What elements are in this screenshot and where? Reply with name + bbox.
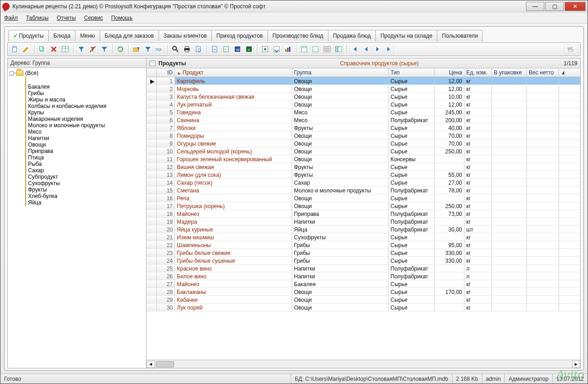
tb-find-icon[interactable] [170,44,181,54]
tree-item[interactable]: Грибы [25,90,145,96]
table-row[interactable]: 14Сахар (песок)СахарСырье27,00кг [147,179,580,186]
tb-grid-icon[interactable] [322,44,332,54]
table-row[interactable]: 11Горошек зеленый консервированныйОвощиК… [147,155,580,163]
table-row[interactable]: 21Изюм кишмишСухофруктыСырьекг [147,233,580,241]
tree-item[interactable]: Субпродукт [25,174,145,180]
table-row[interactable]: 26Белое виноНапиткиПолуфабрикатл [147,272,580,280]
tb-export-data-icon[interactable] [260,44,270,54]
tree-root-item[interactable]: ▢− (Все) [11,69,145,77]
tab-5[interactable]: Приход продуктов [211,30,268,41]
tree-item[interactable]: Крупы [25,109,145,116]
table-row[interactable]: 27МайонезБакалеяСырьекг [147,280,580,288]
tb-chart-icon[interactable] [283,44,293,54]
col-unit[interactable]: Ед. изм. [464,68,492,77]
table-row[interactable]: 22ШампиньоныГрибыСырье95,00кг [147,241,580,249]
tb-import-data-icon[interactable] [271,44,282,54]
table-row[interactable]: 5ГовядинаМясоСырье245,00кг [147,108,580,116]
tb-refresh-icon[interactable] [115,44,125,54]
tree-item[interactable]: Фрукты [25,186,145,193]
table-row[interactable]: 12Вишня свежаяФруктыСырьекг [147,163,580,171]
tree-item[interactable]: Молоко и молочные продукты [25,122,145,129]
menu-help[interactable]: Помощь [111,15,132,21]
tb-delete-icon[interactable] [49,44,59,54]
tree-body[interactable]: ▢− (Все) БакалеяГрибыЖиры и маслаКолбасы… [8,68,146,368]
table-row[interactable]: 24Грибы белые сушеныеГрибыСырье330,00кг [147,257,580,265]
tab-9[interactable]: Пользователи [437,30,483,41]
minimize-button[interactable]: — [526,2,544,11]
tb-prev-icon[interactable] [361,44,371,54]
tab-6[interactable]: Производство блюд [267,30,328,41]
tb-export-word-icon[interactable]: W [232,44,243,54]
menu-tables[interactable]: Таблицы [26,15,49,21]
tree-item[interactable]: Яйца [25,199,145,206]
table-row[interactable]: 13Лимон (для сока)ФруктыСырье55,00кг [147,171,580,179]
tb-form2-icon[interactable] [311,44,321,54]
table-row[interactable]: 29КабачкиОвощиСырьекг [147,296,580,304]
tb-form1-icon[interactable] [299,44,309,54]
table-row[interactable]: 15СметанаМолоко и молочные продуктыПолуф… [147,186,580,194]
tree-item[interactable]: Колбасы и колбасные изделия [25,103,145,109]
tb-next-icon[interactable] [373,44,383,54]
tree-item[interactable]: Мясо [25,129,145,135]
tb-copy-icon[interactable] [37,44,47,54]
tree-item[interactable]: Рыба [25,161,145,167]
tb-export-xls-icon[interactable]: X [221,44,231,54]
tab-1[interactable]: Блюда [48,30,75,41]
table-row[interactable]: 4Лук репчатыйОвощиСырье12,00кг [147,101,580,108]
tb-filter-off-icon[interactable] [88,44,98,54]
tb-folder-filter-icon[interactable] [131,44,141,54]
col-net[interactable]: Вес нетто [527,68,559,77]
col-marker[interactable] [147,68,157,77]
tree-collapse-icon[interactable]: ▢− [11,70,16,76]
table-row[interactable]: 6СвининаМясоПолуфабрикат200,00кг [147,116,580,124]
tb-sql-icon[interactable]: SQL [154,44,164,54]
tb-filter2-icon[interactable] [143,44,153,54]
tb-filter-plus-icon[interactable]: + [99,44,109,54]
tb-filter-icon[interactable] [76,44,86,54]
tb-export-excel-icon[interactable]: X [244,44,254,54]
col-id[interactable]: ID [157,68,175,77]
tree-item[interactable]: Овощи [25,141,145,148]
tab-0[interactable]: ✓Продукты [8,30,49,41]
tb-exit-icon[interactable]: EXIT [564,44,578,54]
tree-item[interactable]: Хлеб-булка [25,193,145,199]
scroll-thumb[interactable] [156,361,174,367]
col-type[interactable]: Тип [389,68,435,77]
h-scrollbar[interactable]: ◄ ► [147,360,580,368]
scroll-right-icon[interactable]: ► [572,361,580,368]
tab-3[interactable]: Блюда для заказов [100,30,159,41]
menu-file[interactable]: Файл [4,15,18,21]
tb-layout-icon[interactable] [334,44,344,54]
col-price[interactable]: Цена [435,68,464,77]
table-row[interactable]: ▶1КартофельОвощиСырье12,00кг [147,77,580,85]
col-pack[interactable]: В упаковке [492,68,527,77]
menu-reports[interactable]: Отчеты [57,15,76,21]
tab-2[interactable]: Меню [75,30,100,41]
tree-item[interactable]: Жиры и масла [25,96,145,103]
table-row[interactable]: 28БаклажаныОвощиСырье170,00кг [147,288,580,296]
tb-edit-icon[interactable] [21,44,31,54]
tab-4[interactable]: Заказы клиентов [158,30,212,41]
tb-print-icon[interactable] [182,44,192,54]
menu-service[interactable]: Сервис [84,15,103,21]
tb-preview-icon[interactable] [193,44,204,54]
table-row[interactable]: 9Огурцы свежиеОвощиСырье70,00кг [147,140,580,147]
tab-8[interactable]: Продукты на складе [375,30,437,41]
table-row[interactable]: 25Красное виноНапиткиПолуфабрикатл [147,265,580,272]
tree-item[interactable]: Макаронные изделия [25,116,145,122]
table-row[interactable]: 20Яйца куриныеЯйцаПолуфабрикат30,00шт [147,226,580,233]
table-row[interactable]: 19МадераНапиткиПолуфабрикаткг [147,218,580,226]
table-row[interactable]: 30Лук порейОвощиСырьекг [147,304,580,311]
maximize-button[interactable]: ▢ [545,2,564,11]
tree-item[interactable]: Птица [25,154,145,161]
table-row[interactable]: 18МайонезПриправаПолуфабрикат73,00кг [147,210,580,218]
tree-item[interactable]: Напитки [25,135,145,141]
table-row[interactable]: 23Грибы белые свежиеГрибыСырье330,00кг [147,249,580,257]
tab-7[interactable]: Продажа блюд [328,30,376,41]
scroll-left-icon[interactable]: ◄ [147,361,155,368]
table-row[interactable]: 2МорковьОвощиСырье12,00кг [147,85,580,93]
tb-table-icon[interactable] [60,44,70,54]
close-button[interactable]: ✕ [565,2,586,11]
tree-item[interactable]: Бакалея [25,84,145,90]
table-row[interactable]: 7ЯблокиФруктыСырье40,00кг [147,124,580,132]
